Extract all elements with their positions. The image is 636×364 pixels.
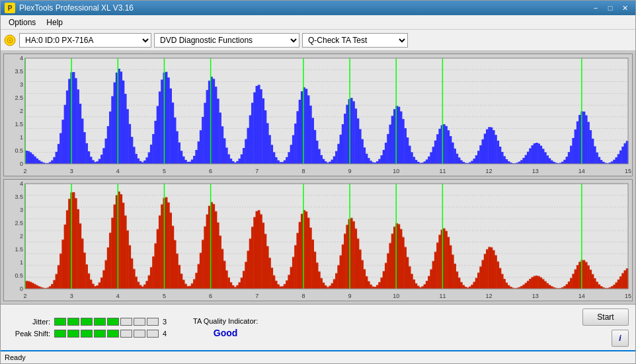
ta-quality-value: Good: [214, 328, 238, 338]
peak-shift-label: Peak Shift:: [7, 330, 50, 338]
progress-segment: [120, 330, 132, 338]
progress-segment: [147, 318, 159, 326]
progress-segment: [147, 330, 159, 338]
start-button[interactable]: Start: [582, 309, 629, 326]
charts-area: [1, 51, 635, 304]
info-button[interactable]: i: [612, 330, 629, 347]
progress-segment: [81, 318, 93, 326]
toolbar: HA:0 ID:0 PX-716A DVD Diagnostic Functio…: [1, 30, 635, 51]
peak-shift-row: Peak Shift: 4: [7, 330, 173, 338]
window-controls: − □ ✕: [589, 3, 631, 13]
close-button[interactable]: ✕: [618, 3, 631, 13]
function-select[interactable]: DVD Diagnostic Functions: [154, 33, 299, 48]
peak-shift-progress: [54, 330, 159, 338]
maximize-button[interactable]: □: [604, 3, 617, 13]
title-bar-left: P PlexTools Professional XL V3.16: [5, 3, 134, 13]
progress-segment: [107, 318, 119, 326]
progress-segment: [134, 330, 145, 338]
menu-bar: Options Help: [1, 15, 635, 30]
device-select[interactable]: HA:0 ID:0 PX-716A: [19, 33, 151, 48]
test-select[interactable]: Q-Check TA Test: [302, 33, 408, 48]
device-icon: [3, 34, 17, 47]
top-chart-wrapper: [3, 54, 633, 176]
status-text: Ready: [5, 353, 26, 361]
ta-quality-label: TA Quality Indicator:: [193, 317, 258, 325]
main-window: P PlexTools Professional XL V3.16 − □ ✕ …: [0, 0, 636, 364]
peak-shift-value: 4: [163, 330, 173, 338]
title-bar: P PlexTools Professional XL V3.16 − □ ✕: [1, 1, 635, 15]
progress-segment: [67, 330, 79, 338]
status-bar: Ready: [1, 350, 635, 363]
jitter-progress: [54, 318, 159, 326]
top-chart: [4, 54, 632, 176]
progress-segment: [54, 318, 66, 326]
progress-segment: [54, 330, 66, 338]
progress-segment: [81, 330, 93, 338]
progress-segment: [107, 330, 119, 338]
jitter-label: Jitter:: [7, 318, 50, 326]
app-icon: P: [5, 3, 15, 13]
window-title: PlexTools Professional XL V3.16: [19, 3, 134, 13]
progress-segment: [134, 318, 145, 326]
jitter-value: 3: [163, 318, 173, 326]
metrics-section: Jitter: 3 Peak Shift: 4: [7, 318, 173, 338]
bottom-panel: Jitter: 3 Peak Shift: 4 TA Quality Indic…: [1, 304, 635, 350]
menu-help[interactable]: Help: [41, 17, 68, 28]
minimize-button[interactable]: −: [589, 3, 602, 13]
menu-options[interactable]: Options: [3, 17, 41, 28]
button-section: Start i: [582, 309, 629, 347]
bottom-chart-wrapper: [3, 179, 633, 302]
svg-point-2: [9, 39, 11, 41]
progress-segment: [94, 318, 106, 326]
ta-quality-section: TA Quality Indicator: Good: [193, 317, 258, 338]
progress-segment: [120, 318, 132, 326]
jitter-row: Jitter: 3: [7, 318, 173, 326]
progress-segment: [67, 318, 79, 326]
bottom-chart: [4, 180, 632, 301]
progress-segment: [94, 330, 106, 338]
